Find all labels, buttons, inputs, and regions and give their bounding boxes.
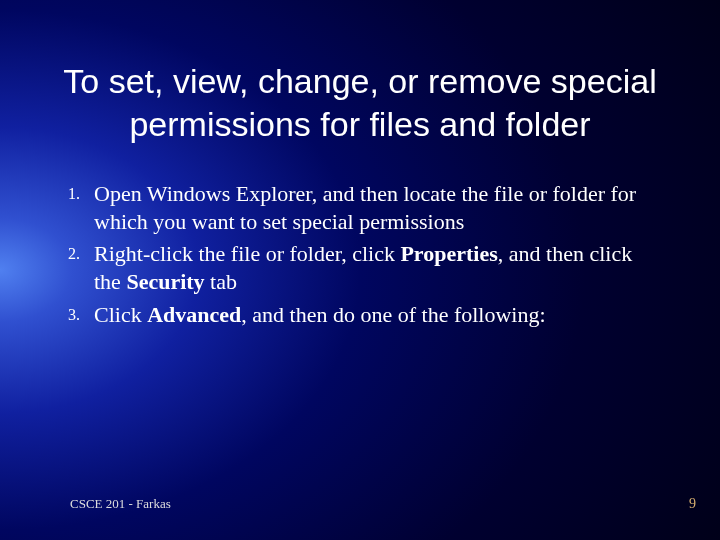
slide-title: To set, view, change, or remove special … xyxy=(40,60,680,145)
slide: To set, view, change, or remove special … xyxy=(0,0,720,540)
item-body: Open Windows Explorer, and then locate t… xyxy=(94,180,660,236)
item-number: 1. xyxy=(60,180,94,208)
item-number: 3. xyxy=(60,301,94,329)
footer-course: CSCE 201 - Farkas xyxy=(70,496,171,512)
item-body: Click Advanced, and then do one of the f… xyxy=(94,301,546,329)
list-item: 3. Click Advanced, and then do one of th… xyxy=(60,301,660,329)
list-item: 2. Right-click the file or folder, click… xyxy=(60,240,660,296)
item-body: Right-click the file or folder, click Pr… xyxy=(94,240,660,296)
item-number: 2. xyxy=(60,240,94,268)
numbered-list: 1. Open Windows Explorer, and then locat… xyxy=(60,180,660,333)
slide-number: 9 xyxy=(689,496,696,512)
list-item: 1. Open Windows Explorer, and then locat… xyxy=(60,180,660,236)
